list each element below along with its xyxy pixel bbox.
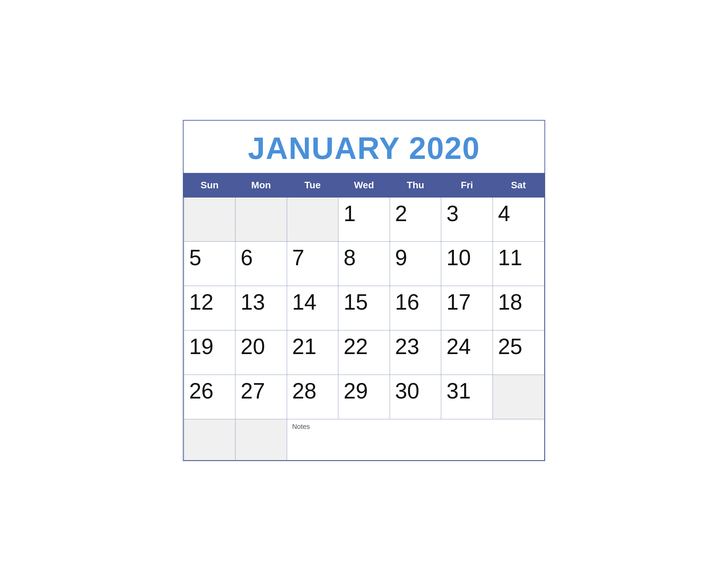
header-tue: Tue <box>287 173 338 197</box>
header-mon: Mon <box>235 173 287 197</box>
day-cell-30: 30 <box>390 375 441 419</box>
day-header-row: Sun Mon Tue Wed Thu Fri Sat <box>184 173 544 197</box>
day-cell-1: 1 <box>338 197 390 242</box>
day-cell-3: 3 <box>441 197 493 242</box>
day-cell-18: 18 <box>493 286 544 330</box>
day-cell-19: 19 <box>184 330 235 375</box>
notes-empty-2 <box>235 419 287 460</box>
day-cell-9: 9 <box>390 242 441 286</box>
day-cell-empty <box>235 197 287 242</box>
header-sun: Sun <box>184 173 235 197</box>
day-cell-15: 15 <box>338 286 390 330</box>
day-cell-10: 10 <box>441 242 493 286</box>
day-cell-14: 14 <box>287 286 338 330</box>
day-cell-13: 13 <box>235 286 287 330</box>
day-cell-29: 29 <box>338 375 390 419</box>
calendar-table: Sun Mon Tue Wed Thu Fri Sat 1 2 3 4 <box>184 173 544 461</box>
day-cell-12: 12 <box>184 286 235 330</box>
day-cell-20: 20 <box>235 330 287 375</box>
day-cell-28: 28 <box>287 375 338 419</box>
notes-cell[interactable]: Notes <box>287 419 544 460</box>
day-cell-23: 23 <box>390 330 441 375</box>
day-cell-6: 6 <box>235 242 287 286</box>
header-sat: Sat <box>493 173 544 197</box>
day-cell-2: 2 <box>390 197 441 242</box>
week-row-5: 26 27 28 29 30 31 <box>184 375 544 419</box>
header-thu: Thu <box>390 173 441 197</box>
day-cell-27: 27 <box>235 375 287 419</box>
day-cell-empty <box>184 197 235 242</box>
calendar-container: JANUARY 2020 Sun Mon Tue Wed Thu Fri Sat… <box>183 120 545 461</box>
day-cell-7: 7 <box>287 242 338 286</box>
day-cell-24: 24 <box>441 330 493 375</box>
calendar-title: JANUARY 2020 <box>184 121 544 173</box>
week-row-3: 12 13 14 15 16 17 18 <box>184 286 544 330</box>
day-cell-5: 5 <box>184 242 235 286</box>
day-cell-21: 21 <box>287 330 338 375</box>
day-cell-11: 11 <box>493 242 544 286</box>
day-cell-22: 22 <box>338 330 390 375</box>
notes-row: Notes <box>184 419 544 460</box>
header-fri: Fri <box>441 173 493 197</box>
week-row-2: 5 6 7 8 9 10 11 <box>184 242 544 286</box>
day-cell-empty <box>287 197 338 242</box>
day-cell-8: 8 <box>338 242 390 286</box>
day-cell-25: 25 <box>493 330 544 375</box>
day-cell-17: 17 <box>441 286 493 330</box>
day-cell-31: 31 <box>441 375 493 419</box>
day-cell-4: 4 <box>493 197 544 242</box>
week-row-1: 1 2 3 4 <box>184 197 544 242</box>
day-cell-16: 16 <box>390 286 441 330</box>
notes-empty-1 <box>184 419 235 460</box>
header-wed: Wed <box>338 173 390 197</box>
day-cell-26: 26 <box>184 375 235 419</box>
day-cell-empty-end <box>493 375 544 419</box>
week-row-4: 19 20 21 22 23 24 25 <box>184 330 544 375</box>
